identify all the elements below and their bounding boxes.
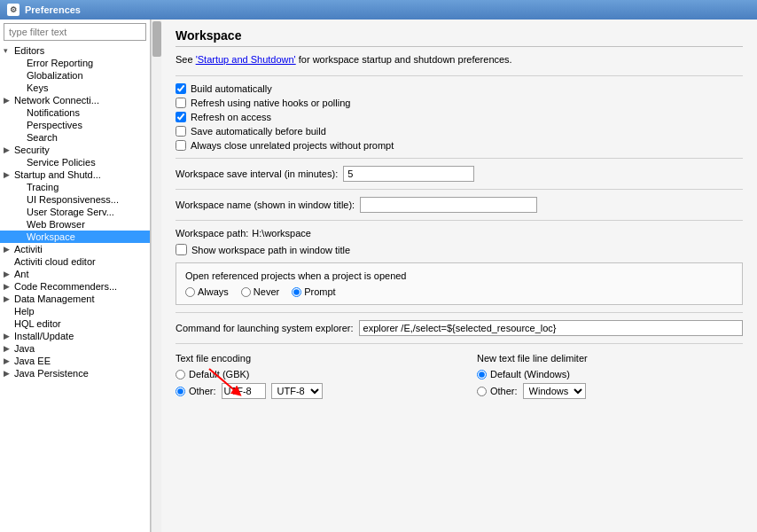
open-always-label: Always: [185, 286, 229, 297]
sidebar-item-label: Data Management: [14, 293, 95, 304]
separator-5: [176, 312, 743, 313]
sidebar-item-label: Startup and Shutd...: [14, 169, 101, 180]
title-bar-label: Preferences: [25, 4, 81, 15]
encoding-other-radio[interactable]: [176, 387, 185, 396]
sidebar-item-install-update[interactable]: ▶ Install/Update: [0, 330, 150, 342]
delimiter-title: New text file line delimiter: [477, 353, 743, 364]
refresh-native-label: Refresh using native hooks or polling: [191, 98, 350, 108]
arrow-icon: ▶: [4, 332, 14, 340]
sidebar-item-network-connections[interactable]: ▶ Network Connecti...: [0, 94, 150, 106]
sidebar-item-service-policies[interactable]: Service Policies: [0, 156, 150, 168]
build-auto-checkbox[interactable]: [176, 83, 186, 94]
encoding-dropdown[interactable]: UTF-8: [271, 383, 323, 399]
arrow-icon: ▶: [4, 270, 14, 278]
save-auto-row: Save automatically before build: [176, 126, 743, 137]
sidebar-item-label: Globalization: [27, 70, 83, 81]
separator-4: [176, 220, 743, 221]
open-always-radio[interactable]: [185, 287, 195, 297]
arrow-icon: ▶: [4, 145, 14, 154]
sidebar-item-data-management[interactable]: ▶ Data Management: [0, 293, 150, 305]
refresh-native-row: Refresh using native hooks or polling: [176, 98, 743, 108]
open-prompt-radio[interactable]: [292, 287, 301, 297]
arrow-icon: ▾: [4, 46, 14, 55]
startup-shutdown-link[interactable]: 'Startup and Shutdown': [196, 54, 296, 65]
page-title: Workspace: [176, 28, 743, 47]
refresh-access-checkbox[interactable]: [176, 112, 186, 122]
sidebar-item-label: Install/Update: [14, 331, 74, 341]
sidebar-item-label: Help: [14, 306, 35, 317]
sidebar-item-label: Security: [14, 145, 50, 155]
refresh-access-row: Refresh on access: [176, 112, 743, 122]
sidebar-item-java-persistence[interactable]: ▶ Java Persistence: [0, 367, 150, 379]
sidebar-item-label: Activiti cloud editor: [14, 256, 96, 267]
delimiter-radio-group: Default (Windows) Other: Windows: [477, 369, 743, 399]
bottom-section: Text file encoding Default (GBK): [176, 353, 743, 399]
save-auto-checkbox[interactable]: [176, 126, 186, 137]
sidebar-item-label: Tracing: [27, 182, 59, 192]
arrow-icon: ▶: [4, 96, 14, 105]
sidebar-item-tracing[interactable]: Tracing: [0, 181, 150, 193]
refresh-access-label: Refresh on access: [191, 112, 271, 122]
show-path-checkbox[interactable]: [176, 244, 187, 255]
sidebar-item-java[interactable]: ▶ Java: [0, 342, 150, 355]
sidebar-item-startup-shutdown[interactable]: ▶ Startup and Shutd...: [0, 168, 150, 181]
refresh-native-checkbox[interactable]: [176, 98, 186, 108]
encoding-other-input[interactable]: [222, 383, 266, 399]
sidebar-item-label: HQL editor: [14, 318, 61, 329]
sidebar-item-error-reporting[interactable]: Error Reporting: [0, 57, 150, 69]
delimiter-dropdown[interactable]: Windows: [523, 383, 586, 399]
sidebar-item-keys[interactable]: Keys: [0, 82, 150, 94]
workspace-path-value: H:\workspace: [252, 228, 311, 239]
sidebar-item-ant[interactable]: ▶ Ant: [0, 268, 150, 280]
show-path-row: Show workspace path in window title: [176, 244, 743, 255]
sidebar-item-activiti[interactable]: ▶ Activiti: [0, 243, 150, 255]
build-auto-label: Build automatically: [191, 83, 272, 94]
title-bar: ⚙ Preferences: [0, 0, 757, 20]
sidebar-item-label: User Storage Serv...: [27, 207, 114, 217]
sidebar-item-label: Network Connecti...: [14, 95, 99, 106]
command-label: Command for launching system explorer:: [176, 323, 354, 333]
delimiter-other-radio[interactable]: [477, 387, 487, 396]
sidebar-item-user-storage[interactable]: User Storage Serv...: [0, 206, 150, 218]
sidebar-item-perspectives[interactable]: Perspectives: [0, 119, 150, 131]
sidebar-item-workspace[interactable]: Workspace: [0, 231, 150, 243]
arrow-icon: ▶: [4, 170, 14, 179]
sidebar-item-editors[interactable]: ▾ Editors: [0, 44, 150, 57]
workspace-path-row: Workspace path: H:\workspace: [176, 228, 743, 239]
sidebar-item-code-recommenders[interactable]: ▶ Code Recommenders...: [0, 280, 150, 293]
sidebar-item-web-browser[interactable]: Web Browser: [0, 218, 150, 231]
sidebar-item-help[interactable]: Help: [0, 305, 150, 317]
command-input[interactable]: [359, 320, 743, 336]
command-row: Command for launching system explorer:: [176, 320, 743, 336]
sidebar-item-search[interactable]: Search: [0, 131, 150, 144]
separator-6: [176, 343, 743, 344]
save-auto-label: Save automatically before build: [191, 126, 326, 137]
scrollbar-thumb[interactable]: [152, 21, 161, 57]
delimiter-default-radio[interactable]: [477, 370, 487, 379]
arrow-icon: ▶: [4, 245, 14, 254]
arrow-icon: ▶: [4, 294, 14, 303]
sidebar-item-label: Activiti: [14, 244, 43, 254]
sidebar-item-notifications[interactable]: Notifications: [0, 106, 150, 119]
encoding-default-radio[interactable]: [176, 370, 185, 379]
sidebar-scrollbar[interactable]: [151, 20, 161, 532]
encoding-box: Text file encoding Default (GBK): [176, 353, 441, 399]
open-referenced-title: Open referenced projects when a project …: [185, 270, 733, 281]
sidebar-item-label: Code Recommenders...: [14, 281, 117, 292]
sidebar-item-ui-responsiveness[interactable]: UI Responsiveness...: [0, 193, 150, 206]
sidebar-item-hql-editor[interactable]: HQL editor: [0, 317, 150, 330]
sidebar-item-label: Java EE: [14, 356, 51, 366]
sidebar-item-security[interactable]: ▶ Security: [0, 144, 150, 156]
filter-input[interactable]: [4, 23, 146, 41]
workspace-name-row: Workspace name (shown in window title):: [176, 197, 743, 213]
sidebar-item-label: Notifications: [27, 107, 80, 118]
close-unrelated-checkbox[interactable]: [176, 140, 186, 151]
workspace-name-input[interactable]: [360, 197, 537, 213]
preferences-icon: ⚙: [7, 4, 20, 16]
open-never-radio[interactable]: [241, 287, 251, 297]
sidebar-item-activiti-cloud[interactable]: Activiti cloud editor: [0, 255, 150, 268]
sidebar-item-java-ee[interactable]: ▶ Java EE: [0, 355, 150, 367]
sidebar-item-globalization[interactable]: Globalization: [0, 69, 150, 82]
save-interval-input[interactable]: [343, 166, 474, 182]
sidebar-item-label: Java Persistence: [14, 368, 89, 379]
